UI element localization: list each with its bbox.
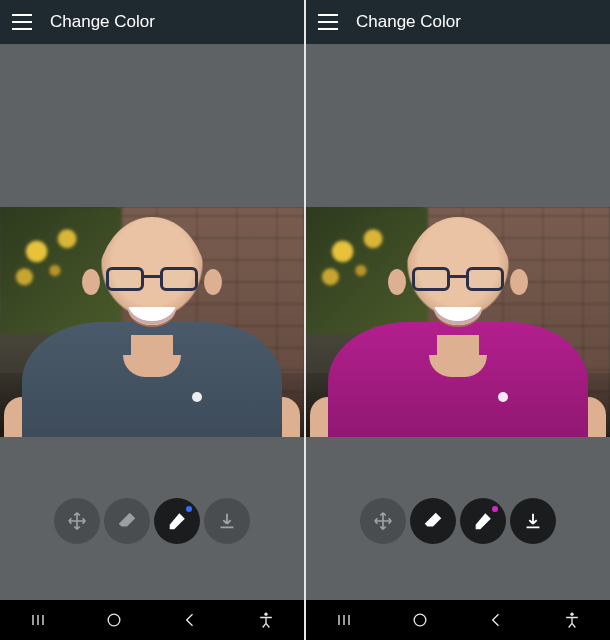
brush-icon	[166, 510, 188, 532]
download-icon	[216, 510, 238, 532]
back-icon	[486, 610, 506, 630]
move-button[interactable]	[360, 498, 406, 544]
nav-home-button[interactable]	[97, 603, 131, 637]
bottom-toolbar	[0, 498, 304, 544]
accessibility-icon	[562, 610, 582, 630]
top-bar: Change Color	[306, 0, 610, 44]
color-indicator-icon	[186, 506, 192, 512]
menu-icon[interactable]	[318, 14, 338, 30]
home-icon	[410, 610, 430, 630]
svg-point-3	[570, 613, 573, 616]
download-button[interactable]	[204, 498, 250, 544]
shirt-logo	[498, 392, 508, 402]
top-bar: Change Color	[0, 0, 304, 44]
nav-home-button[interactable]	[403, 603, 437, 637]
move-icon	[372, 510, 394, 532]
app-pane-left: Change Color	[0, 0, 304, 640]
home-icon	[104, 610, 124, 630]
accessibility-icon	[256, 610, 276, 630]
recents-icon	[334, 610, 354, 630]
system-nav-bar	[306, 600, 610, 640]
move-icon	[66, 510, 88, 532]
nav-back-button[interactable]	[173, 603, 207, 637]
glasses-icon	[412, 267, 504, 293]
app-pane-right: Change Color	[306, 0, 610, 640]
eraser-button[interactable]	[410, 498, 456, 544]
nav-recents-button[interactable]	[21, 603, 55, 637]
bottom-toolbar	[306, 498, 610, 544]
brush-button[interactable]	[154, 498, 200, 544]
canvas-area[interactable]	[306, 44, 610, 600]
svg-point-2	[414, 614, 426, 626]
menu-icon[interactable]	[12, 14, 32, 30]
photo-preview[interactable]	[306, 207, 610, 437]
color-indicator-icon	[492, 506, 498, 512]
page-title: Change Color	[356, 12, 461, 32]
nav-accessibility-button[interactable]	[249, 603, 283, 637]
nav-back-button[interactable]	[479, 603, 513, 637]
download-icon	[522, 510, 544, 532]
download-button[interactable]	[510, 498, 556, 544]
shirt-logo	[192, 392, 202, 402]
brush-icon	[472, 510, 494, 532]
photo-preview[interactable]	[0, 207, 304, 437]
back-icon	[180, 610, 200, 630]
system-nav-bar	[0, 600, 304, 640]
svg-point-0	[108, 614, 120, 626]
nav-recents-button[interactable]	[327, 603, 361, 637]
eraser-icon	[422, 510, 444, 532]
svg-point-1	[264, 613, 267, 616]
eraser-button[interactable]	[104, 498, 150, 544]
nav-accessibility-button[interactable]	[555, 603, 589, 637]
glasses-icon	[106, 267, 198, 293]
recents-icon	[28, 610, 48, 630]
eraser-icon	[116, 510, 138, 532]
page-title: Change Color	[50, 12, 155, 32]
brush-button[interactable]	[460, 498, 506, 544]
canvas-area[interactable]	[0, 44, 304, 600]
move-button[interactable]	[54, 498, 100, 544]
